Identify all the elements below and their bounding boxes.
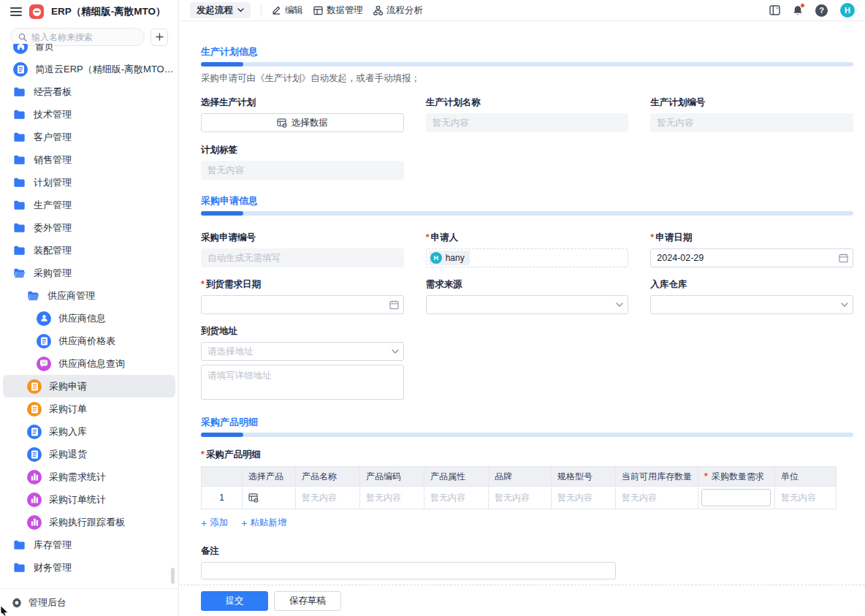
sidebar-item[interactable]: 首页 <box>3 44 175 58</box>
sidebar-item[interactable]: 装配管理 <box>3 239 175 262</box>
applicant-chip[interactable]: H hany <box>429 251 470 265</box>
apply-date-input[interactable] <box>650 248 853 267</box>
warehouse-select[interactable] <box>650 295 853 314</box>
sidebar-item[interactable]: 采购退货 <box>3 443 175 465</box>
sidebar-item[interactable]: 技术管理 <box>3 103 175 126</box>
sidebar-item[interactable]: 经营看板 <box>3 80 175 103</box>
select-product-cell[interactable] <box>243 487 296 509</box>
form-region: 生产计划信息 采购申请可由《生产计划》自动发起，或者手动填报； 选择生产计划 选… <box>180 21 865 585</box>
select-data-icon <box>248 493 259 503</box>
folder-icon <box>13 222 26 234</box>
sidebar-item[interactable]: 采购订单统计 <box>3 488 175 511</box>
sidebar-scrollbar[interactable] <box>171 568 175 584</box>
table-header: * 采购数量需求 <box>698 467 775 487</box>
applicant-label: *申请人 <box>426 232 629 243</box>
applicant-avatar: H <box>430 252 442 264</box>
panel-toggle-icon[interactable] <box>769 5 780 15</box>
sidebar-item-label: 技术管理 <box>34 108 72 121</box>
detail-table-label: *采购产品明细 <box>201 449 853 460</box>
folder-icon <box>13 109 26 121</box>
sidebar-item[interactable]: 采购需求统计 <box>3 465 175 488</box>
app-title: ERP（精细版-离散MTO） <box>51 5 166 18</box>
arrival-date-label: *到货需求日期 <box>201 278 404 290</box>
add-row-button[interactable]: +添加 <box>201 517 228 529</box>
sidebar-item[interactable]: 客户管理 <box>3 126 175 148</box>
sidebar-item[interactable]: 采购订单 <box>3 398 175 420</box>
sidebar-item[interactable]: 简道云ERP（精细版-离散MTO）「… <box>3 58 175 80</box>
purchase-detail-table: 选择产品产品名称产品编码产品属性品牌规格型号当前可用库存数量* 采购数量需求单位… <box>201 466 837 509</box>
sidebar-item[interactable]: 生产管理 <box>3 194 175 216</box>
start-flow-button[interactable]: 发起流程 <box>190 2 251 18</box>
table-header: 单位 <box>775 467 837 487</box>
sidebar-item[interactable]: 供应商价格表 <box>3 330 175 352</box>
sidebar-item[interactable]: 财务管理 <box>3 556 175 579</box>
main-area: 发起流程 编辑 数据管理 流程分析 <box>180 0 865 616</box>
remark-label: 备注 <box>201 545 853 557</box>
section-title-detail[interactable]: 采购产品明细 <box>201 416 853 429</box>
sidebar-item[interactable]: 库存管理 <box>3 533 175 556</box>
address-detail-textarea[interactable] <box>201 365 404 400</box>
top-toolbar: 发起流程 编辑 数据管理 流程分析 <box>180 0 865 21</box>
plan-name-label: 生产计划名称 <box>426 96 629 108</box>
sidebar-item[interactable]: 采购管理 <box>3 262 175 284</box>
table-header: 当前可用库存数量 <box>616 467 698 487</box>
submit-button[interactable]: 提交 <box>201 591 268 611</box>
admin-backend-item[interactable]: 管理后台 <box>0 588 178 616</box>
sidebar-nav: 首页简道云ERP（精细版-离散MTO）「…经营看板技术管理客户管理销售管理计划管… <box>0 44 178 588</box>
notification-bell-icon[interactable] <box>793 5 803 16</box>
data-grid-icon <box>313 6 323 15</box>
spec-cell: 暂无内容 <box>552 487 616 509</box>
qty-input[interactable] <box>701 489 771 506</box>
sidebar-item[interactable]: 采购执行跟踪看板 <box>3 511 175 533</box>
doc-icon <box>37 334 51 349</box>
address-select[interactable] <box>201 342 404 361</box>
select-plan-data-button[interactable]: 选择数据 <box>201 113 404 132</box>
table-header <box>202 467 243 487</box>
data-manage-button[interactable]: 数据管理 <box>313 4 363 17</box>
form-footer: 提交 保存草稿 <box>180 585 865 616</box>
remark-input[interactable] <box>201 562 616 579</box>
sidebar-item[interactable]: 供应商管理 <box>3 284 175 307</box>
applicant-field[interactable]: H hany <box>426 248 629 267</box>
add-app-button[interactable] <box>150 28 168 46</box>
paste-add-button[interactable]: +粘贴新增 <box>241 517 286 529</box>
sidebar-item-label: 供应商管理 <box>47 289 95 303</box>
folder-icon <box>13 177 26 189</box>
sidebar-item[interactable]: 采购申请 <box>3 375 175 398</box>
doc-icon <box>27 379 42 394</box>
sidebar-item[interactable]: 供应商信息 <box>3 307 175 330</box>
table-header: 产品属性 <box>424 467 489 487</box>
sidebar-item-label: 财务管理 <box>34 561 72 574</box>
select-data-icon <box>277 118 287 128</box>
edit-label: 编辑 <box>285 4 303 17</box>
admin-backend-label: 管理后台 <box>28 596 66 609</box>
help-icon[interactable]: ? <box>815 4 828 17</box>
chat-icon <box>37 357 51 371</box>
data-manage-label: 数据管理 <box>327 4 363 17</box>
sidebar-item[interactable]: 供应商信息查询 <box>3 352 175 375</box>
edit-button[interactable]: 编辑 <box>272 4 303 17</box>
section-title-plan[interactable]: 生产计划信息 <box>201 45 853 58</box>
toolbar-divider <box>261 5 262 15</box>
table-header: 品牌 <box>489 467 552 487</box>
source-select[interactable] <box>426 295 629 314</box>
arrival-date-input[interactable] <box>201 295 404 314</box>
flow-analysis-button[interactable]: 流程分析 <box>373 4 423 17</box>
sidebar-item[interactable]: 委外管理 <box>3 216 175 239</box>
qty-cell <box>698 487 775 509</box>
sidebar: ERP（精细版-离散MTO） 首页简道云ERP（精细版-离散MTO）「…经营看板… <box>0 0 179 616</box>
sidebar-item[interactable]: 计划管理 <box>3 171 175 194</box>
user-avatar[interactable]: H <box>840 3 855 18</box>
sidebar-item-label: 采购退货 <box>49 448 87 461</box>
sidebar-item[interactable]: 采购入库 <box>3 420 175 443</box>
table-header: 产品名称 <box>296 467 360 487</box>
plan-name-input <box>426 113 629 132</box>
save-draft-button[interactable]: 保存草稿 <box>274 591 341 611</box>
search-input[interactable] <box>31 32 137 42</box>
sidebar-item[interactable]: 销售管理 <box>3 148 175 171</box>
sidebar-item-label: 供应商价格表 <box>58 335 115 348</box>
request-no-label: 采购申请编号 <box>201 232 404 243</box>
section-title-request[interactable]: 采购申请信息 <box>201 194 853 208</box>
app-logo-icon <box>29 4 44 19</box>
hamburger-menu-icon[interactable] <box>10 7 22 16</box>
